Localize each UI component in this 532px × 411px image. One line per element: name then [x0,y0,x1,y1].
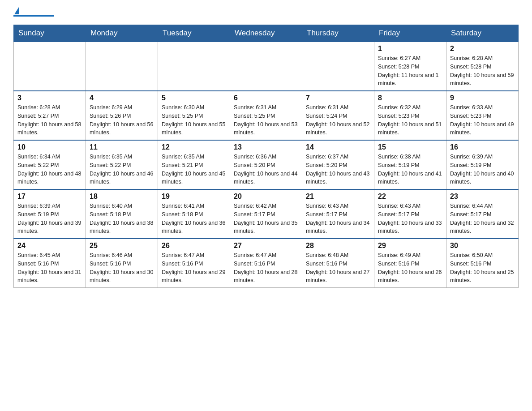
day-info: Sunrise: 6:35 AMSunset: 5:22 PMDaylight:… [90,153,154,186]
calendar-cell [14,42,86,91]
column-header-monday: Monday [86,25,158,42]
day-number: 23 [450,193,515,201]
day-number: 28 [306,242,370,250]
day-info: Sunrise: 6:37 AMSunset: 5:20 PMDaylight:… [306,153,370,186]
day-number: 8 [378,94,442,102]
calendar-cell: 5Sunrise: 6:30 AMSunset: 5:25 PMDaylight… [158,91,230,140]
day-info: Sunrise: 6:30 AMSunset: 5:25 PMDaylight:… [162,103,226,137]
calendar-cell: 17Sunrise: 6:39 AMSunset: 5:19 PMDayligh… [14,189,86,239]
day-number: 19 [162,193,226,201]
day-info: Sunrise: 6:40 AMSunset: 5:18 PMDaylight:… [90,202,154,235]
day-number: 6 [234,94,298,102]
day-info: Sunrise: 6:38 AMSunset: 5:19 PMDaylight:… [378,153,442,186]
day-number: 9 [450,94,515,102]
calendar-cell [158,42,230,91]
day-info: Sunrise: 6:36 AMSunset: 5:20 PMDaylight:… [234,153,298,186]
day-info: Sunrise: 6:41 AMSunset: 5:18 PMDaylight:… [162,202,226,235]
day-info: Sunrise: 6:39 AMSunset: 5:19 PMDaylight:… [17,202,82,235]
calendar-cell: 22Sunrise: 6:43 AMSunset: 5:17 PMDayligh… [374,189,446,239]
day-number: 11 [90,143,154,151]
day-info: Sunrise: 6:45 AMSunset: 5:16 PMDaylight:… [17,251,82,285]
day-number: 27 [234,242,298,250]
calendar-cell: 13Sunrise: 6:36 AMSunset: 5:20 PMDayligh… [230,140,302,189]
day-info: Sunrise: 6:46 AMSunset: 5:16 PMDaylight:… [90,251,154,285]
day-info: Sunrise: 6:39 AMSunset: 5:19 PMDaylight:… [450,153,515,186]
day-info: Sunrise: 6:47 AMSunset: 5:16 PMDaylight:… [162,251,226,285]
day-number: 22 [378,193,442,201]
calendar-cell: 26Sunrise: 6:47 AMSunset: 5:16 PMDayligh… [158,239,230,288]
calendar-cell: 10Sunrise: 6:34 AMSunset: 5:22 PMDayligh… [14,140,86,189]
day-number: 13 [234,143,298,151]
calendar-cell: 16Sunrise: 6:39 AMSunset: 5:19 PMDayligh… [446,140,519,189]
calendar-cell [86,42,158,91]
day-number: 25 [90,242,154,250]
calendar-week-4: 17Sunrise: 6:39 AMSunset: 5:19 PMDayligh… [14,189,519,239]
calendar-week-5: 24Sunrise: 6:45 AMSunset: 5:16 PMDayligh… [14,239,519,288]
day-info: Sunrise: 6:35 AMSunset: 5:21 PMDaylight:… [162,153,226,186]
day-info: Sunrise: 6:28 AMSunset: 5:28 PMDaylight:… [450,54,515,88]
calendar-cell: 21Sunrise: 6:43 AMSunset: 5:17 PMDayligh… [302,189,374,239]
calendar-cell: 6Sunrise: 6:31 AMSunset: 5:25 PMDaylight… [230,91,302,140]
day-number: 1 [378,45,442,53]
calendar-cell: 27Sunrise: 6:47 AMSunset: 5:16 PMDayligh… [230,239,302,288]
day-number: 3 [17,94,82,102]
calendar-cell: 11Sunrise: 6:35 AMSunset: 5:22 PMDayligh… [86,140,158,189]
calendar-cell: 19Sunrise: 6:41 AMSunset: 5:18 PMDayligh… [158,189,230,239]
calendar-table: SundayMondayTuesdayWednesdayThursdayFrid… [13,25,519,288]
day-number: 15 [378,143,442,151]
day-info: Sunrise: 6:27 AMSunset: 5:28 PMDaylight:… [378,54,442,88]
day-number: 2 [450,45,515,53]
calendar-cell: 8Sunrise: 6:32 AMSunset: 5:23 PMDaylight… [374,91,446,140]
day-number: 21 [306,193,370,201]
day-number: 20 [234,193,298,201]
day-number: 17 [17,193,82,201]
column-header-sunday: Sunday [14,25,86,42]
day-number: 26 [162,242,226,250]
column-header-thursday: Thursday [302,25,374,42]
day-info: Sunrise: 6:43 AMSunset: 5:17 PMDaylight:… [378,202,442,235]
calendar-week-1: 1Sunrise: 6:27 AMSunset: 5:28 PMDaylight… [14,42,519,91]
column-header-saturday: Saturday [446,25,519,42]
calendar-cell: 2Sunrise: 6:28 AMSunset: 5:28 PMDaylight… [446,42,519,91]
calendar-week-2: 3Sunrise: 6:28 AMSunset: 5:27 PMDaylight… [14,91,519,140]
calendar-cell: 4Sunrise: 6:29 AMSunset: 5:26 PMDaylight… [86,91,158,140]
day-number: 24 [17,242,82,250]
day-info: Sunrise: 6:34 AMSunset: 5:22 PMDaylight:… [17,153,82,186]
day-number: 29 [378,242,442,250]
day-info: Sunrise: 6:43 AMSunset: 5:17 PMDaylight:… [306,202,370,235]
day-info: Sunrise: 6:31 AMSunset: 5:25 PMDaylight:… [234,103,298,137]
calendar-header-row: SundayMondayTuesdayWednesdayThursdayFrid… [14,25,519,42]
calendar-cell: 24Sunrise: 6:45 AMSunset: 5:16 PMDayligh… [14,239,86,288]
day-info: Sunrise: 6:44 AMSunset: 5:17 PMDaylight:… [450,202,515,235]
calendar-cell: 29Sunrise: 6:49 AMSunset: 5:16 PMDayligh… [374,239,446,288]
calendar-cell: 18Sunrise: 6:40 AMSunset: 5:18 PMDayligh… [86,189,158,239]
day-number: 18 [90,193,154,201]
calendar-cell: 9Sunrise: 6:33 AMSunset: 5:23 PMDaylight… [446,91,519,140]
calendar-cell: 12Sunrise: 6:35 AMSunset: 5:21 PMDayligh… [158,140,230,189]
day-info: Sunrise: 6:28 AMSunset: 5:27 PMDaylight:… [17,103,82,137]
logo [13,9,54,17]
day-info: Sunrise: 6:42 AMSunset: 5:17 PMDaylight:… [234,202,298,235]
calendar-cell: 30Sunrise: 6:50 AMSunset: 5:16 PMDayligh… [446,239,519,288]
column-header-friday: Friday [374,25,446,42]
day-info: Sunrise: 6:48 AMSunset: 5:16 PMDaylight:… [306,251,370,285]
day-number: 5 [162,94,226,102]
calendar-cell: 25Sunrise: 6:46 AMSunset: 5:16 PMDayligh… [86,239,158,288]
day-info: Sunrise: 6:49 AMSunset: 5:16 PMDaylight:… [378,251,442,285]
column-header-wednesday: Wednesday [230,25,302,42]
day-info: Sunrise: 6:50 AMSunset: 5:16 PMDaylight:… [450,251,515,285]
calendar-cell [230,42,302,91]
day-info: Sunrise: 6:47 AMSunset: 5:16 PMDaylight:… [234,251,298,285]
logo-triangle-icon [14,7,19,14]
day-info: Sunrise: 6:31 AMSunset: 5:24 PMDaylight:… [306,103,370,137]
calendar-cell: 7Sunrise: 6:31 AMSunset: 5:24 PMDaylight… [302,91,374,140]
day-number: 16 [450,143,515,151]
day-number: 10 [17,143,82,151]
day-info: Sunrise: 6:32 AMSunset: 5:23 PMDaylight:… [378,103,442,137]
calendar-cell: 20Sunrise: 6:42 AMSunset: 5:17 PMDayligh… [230,189,302,239]
calendar-cell: 28Sunrise: 6:48 AMSunset: 5:16 PMDayligh… [302,239,374,288]
day-info: Sunrise: 6:29 AMSunset: 5:26 PMDaylight:… [90,103,154,137]
day-number: 4 [90,94,154,102]
calendar-week-3: 10Sunrise: 6:34 AMSunset: 5:22 PMDayligh… [14,140,519,189]
day-number: 14 [306,143,370,151]
